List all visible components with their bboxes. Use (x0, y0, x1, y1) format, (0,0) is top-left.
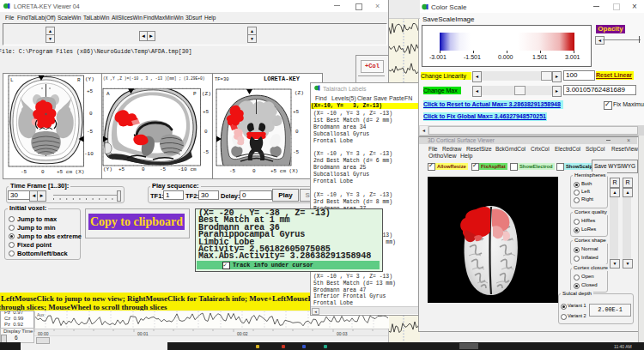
svg-text:-5: -5 (87, 129, 94, 135)
svg-text:0: 0 (252, 168, 256, 174)
svg-text:-5: -5 (21, 169, 27, 175)
svg-text:0: 0 (142, 166, 145, 172)
svg-text:0: 0 (41, 169, 45, 175)
svg-text:(Y): (Y) (85, 76, 94, 82)
svg-text:-5: -5 (160, 166, 167, 172)
svg-text:R: R (77, 77, 81, 83)
svg-text:A: A (106, 91, 110, 97)
svg-text:-5: -5 (229, 168, 236, 174)
svg-text:+5: +5 (87, 88, 94, 94)
svg-text:+5 cm (X): +5 cm (X) (270, 168, 298, 174)
svg-text:-5: -5 (203, 149, 210, 155)
svg-text:-10 cm: -10 cm (178, 166, 197, 172)
svg-text:-10: -10 (84, 151, 94, 157)
svg-text:P: P (193, 91, 197, 97)
svg-text:(Y): (Y) (103, 166, 112, 172)
svg-text:+5: +5 (293, 109, 300, 115)
svg-text:0: 0 (295, 129, 299, 135)
svg-text:+5: +5 (203, 109, 210, 115)
svg-text:+5: +5 (118, 166, 125, 172)
svg-text:+5 cm (X): +5 cm (X) (57, 169, 84, 175)
svg-text:L: L (10, 77, 14, 83)
svg-text:-5: -5 (293, 149, 300, 155)
svg-text:(Z): (Z) (295, 90, 304, 96)
svg-text:(Z): (Z) (202, 91, 211, 97)
svg-text:0: 0 (204, 129, 208, 135)
svg-text:Aux: Aux (37, 312, 45, 317)
svg-text:0: 0 (89, 111, 93, 117)
